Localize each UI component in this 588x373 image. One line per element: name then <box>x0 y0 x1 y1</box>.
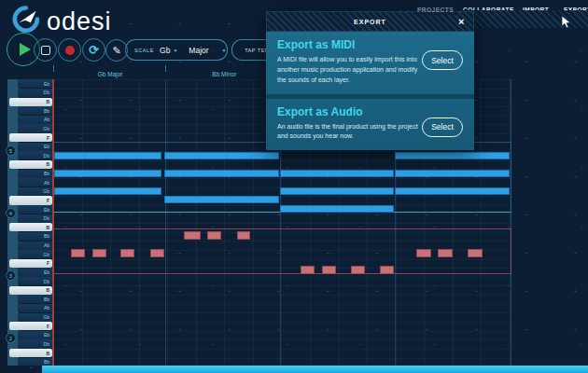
chord-note-gb4[interactable] <box>54 187 161 195</box>
piano-key-db[interactable]: Db <box>18 214 52 223</box>
logo-text: odesi <box>47 7 112 36</box>
melody-note-bb3[interactable] <box>184 231 201 240</box>
odesi-app: Gb MajorBb Minor EbDbBBbAbGbFEbDbBBbAbGb… <box>0 0 588 373</box>
piano-key-f[interactable]: F <box>9 133 52 142</box>
piano-key-gb[interactable]: Gb <box>18 187 52 196</box>
chord-note-db5[interactable] <box>54 152 161 159</box>
melody-note-eb3[interactable] <box>351 266 365 274</box>
piano-key-eb[interactable]: Eb <box>18 79 52 88</box>
chord-note-gb4[interactable] <box>395 187 510 195</box>
melody-note-eb3[interactable] <box>380 266 394 274</box>
select-button[interactable]: Select <box>422 50 463 70</box>
pencil-button[interactable]: ✎ <box>105 39 128 62</box>
piano-key-bb[interactable]: Bb <box>18 358 52 366</box>
piano-key-db[interactable]: Db <box>18 339 52 348</box>
chevron-down-icon: ▼ <box>173 48 177 53</box>
key-label: Bb <box>44 359 52 365</box>
key-label: B <box>46 99 52 104</box>
pencil-icon: ✎ <box>112 45 120 57</box>
melody-note-eb3[interactable] <box>322 266 336 274</box>
chord-note-f4[interactable] <box>164 196 279 203</box>
melody-note-gb3[interactable] <box>416 249 431 257</box>
key-dropdown[interactable]: Gb <box>160 46 170 55</box>
piano-keyboard: EbDbBBbAbGbFEbDbBBbAbGbFEbDbBBbAbGbFEbDb… <box>0 79 53 366</box>
melody-note-eb3[interactable] <box>301 266 315 274</box>
piano-key-b[interactable]: B <box>9 223 52 231</box>
key-label: Db <box>44 90 52 95</box>
piano-key-gb[interactable]: Gb <box>18 250 52 258</box>
melody-note-gb3[interactable] <box>92 249 106 257</box>
key-label: Ab <box>44 305 52 311</box>
melody-note-gb3[interactable] <box>438 249 453 257</box>
chord-note-gb4[interactable] <box>280 187 394 195</box>
close-icon[interactable]: × <box>458 17 473 27</box>
piano-key-gb[interactable]: Gb <box>18 124 52 132</box>
key-label: Eb <box>44 144 52 149</box>
piano-key-bb[interactable]: Bb <box>18 170 52 178</box>
chord-note-eb4[interactable] <box>280 205 394 213</box>
piano-key-b[interactable]: B <box>9 286 52 295</box>
piano-key-db[interactable]: Db <box>18 277 52 285</box>
piano-key-b[interactable]: B <box>9 349 52 357</box>
mouse-cursor-icon <box>561 16 571 33</box>
piano-key-f[interactable]: F <box>9 322 52 330</box>
piano-key-b[interactable]: B <box>9 98 52 106</box>
piano-key-ab[interactable]: Ab <box>18 178 52 186</box>
record-button[interactable] <box>58 38 81 62</box>
export-option-description: An audio file is the final product using… <box>277 122 418 143</box>
key-label: Eb <box>44 81 52 87</box>
key-label: Bb <box>44 233 52 239</box>
mode-dropdown[interactable]: Major <box>189 46 208 55</box>
key-label: Bb <box>44 297 52 302</box>
melody-note-bb3[interactable] <box>207 231 221 240</box>
piano-key-eb[interactable]: Eb <box>18 205 52 214</box>
loop-icon: ⟳ <box>89 43 99 57</box>
piano-key-db[interactable]: Db <box>18 151 52 159</box>
stop-button[interactable] <box>34 38 57 62</box>
key-label: Bb <box>44 171 52 176</box>
piano-key-eb[interactable]: Eb <box>18 143 52 151</box>
piano-key-bb[interactable]: Bb <box>18 232 52 241</box>
piano-key-ab[interactable]: Ab <box>18 304 52 312</box>
chord-note-bb4[interactable] <box>54 170 161 177</box>
select-button[interactable]: Select <box>422 117 463 137</box>
piano-key-eb[interactable]: Eb <box>18 268 52 276</box>
melody-note-bb3[interactable] <box>237 231 250 240</box>
piano-key-eb[interactable]: Eb <box>18 331 52 339</box>
chord-note-bb4[interactable] <box>280 170 394 177</box>
melody-note-gb3[interactable] <box>150 249 164 257</box>
octave-badge: 2 <box>6 333 16 343</box>
piano-key-bb[interactable]: Bb <box>18 295 52 303</box>
export-option-heading: Export as MIDI <box>277 38 418 51</box>
piano-key-db[interactable]: Db <box>18 89 52 97</box>
key-label: Bb <box>44 108 52 114</box>
loop-button[interactable]: ⟳ <box>82 38 105 62</box>
dialog-title: EXPORT <box>282 19 458 25</box>
piano-key-b[interactable]: B <box>9 160 52 169</box>
chord-note-db5[interactable] <box>395 152 510 159</box>
piano-key-bb[interactable]: Bb <box>18 106 52 115</box>
key-label: Eb <box>44 332 52 338</box>
key-label: Eb <box>44 269 52 275</box>
key-label: Ab <box>44 242 52 248</box>
octave-badge: 5 <box>6 145 16 156</box>
export-option-description: A MIDI file will allow you to easily imp… <box>277 55 418 86</box>
key-label: Db <box>44 153 52 159</box>
menu-item-projects[interactable]: PROJECTS <box>413 5 457 15</box>
melody-note-gb3[interactable] <box>468 249 483 257</box>
horizontal-scrollbar[interactable] <box>42 366 588 373</box>
play-icon <box>20 43 31 56</box>
key-label: F <box>47 198 52 203</box>
piano-key-ab[interactable]: Ab <box>18 116 52 124</box>
piano-key-f[interactable]: F <box>9 196 52 204</box>
piano-key-gb[interactable]: Gb <box>18 313 52 322</box>
piano-key-f[interactable]: F <box>9 259 52 268</box>
chord-note-bb4[interactable] <box>395 170 510 177</box>
chord-note-db5[interactable] <box>164 152 279 159</box>
key-label: Gb <box>43 252 52 257</box>
piano-key-ab[interactable]: Ab <box>18 242 52 250</box>
chord-note-bb4[interactable] <box>164 170 279 177</box>
melody-note-gb3[interactable] <box>71 249 85 257</box>
melody-note-gb3[interactable] <box>120 249 134 257</box>
key-label: Eb <box>44 207 52 213</box>
